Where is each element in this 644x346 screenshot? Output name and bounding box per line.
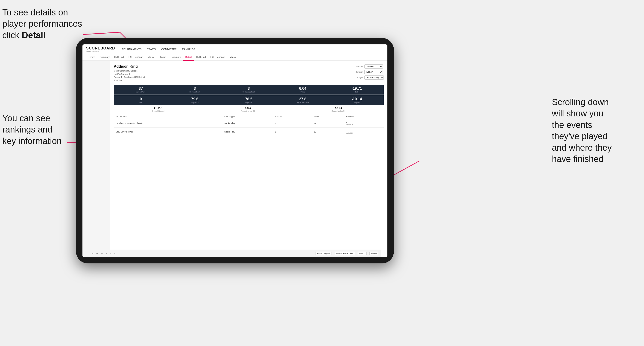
player-info: Addison King Mesa Community College NJCA… <box>114 64 145 82</box>
event-type-2: Stroke Play <box>222 128 274 136</box>
col-score: Score <box>312 114 344 119</box>
svg-line-2 <box>83 32 120 34</box>
stat-national-rank: 37 National Rank <box>114 85 168 95</box>
logo-sub: Powered by clippd <box>86 50 115 52</box>
rounds-2: 2 <box>274 128 312 136</box>
stat-regional-rank: 3 Regional Rank <box>168 85 222 95</box>
nav-committee[interactable]: COMMITTEE <box>161 47 176 51</box>
stats-grid: 37 National Rank 3 Regional Rank 3 Confe… <box>114 85 384 105</box>
save-custom-btn[interactable]: Save Custom View <box>334 252 355 255</box>
player-label: Player <box>352 76 363 79</box>
toolbar-zoom-in[interactable]: ⊕ <box>106 252 107 255</box>
position-1: 4out of 20 <box>344 119 384 128</box>
stat-wins: 0 Wins <box>114 95 168 105</box>
scoreboard-app: SCOREBOARD Powered by clippd TOURNAMENTS… <box>82 44 388 257</box>
sub-nav-matrix[interactable]: Matrix <box>145 54 156 61</box>
stat-avg-score: 79.6 Avg Score <box>168 95 222 105</box>
sub-nav-h2h-grid[interactable]: H2H Grid <box>112 54 126 61</box>
col-event-type: Event Type <box>222 114 274 119</box>
top-nav: SCOREBOARD Powered by clippd TOURNAMENTS… <box>82 44 388 54</box>
stat-points: 6.04 Points <box>276 85 330 95</box>
gender-control: Gender Women <box>352 64 384 69</box>
stats-row-1: 37 National Rank 3 Regional Rank 3 Confe… <box>114 85 384 95</box>
stat-sos: -19.71 SoS <box>330 85 384 95</box>
toolbar-clock[interactable]: ⏱ <box>114 252 116 255</box>
event-type-1: Stroke Play <box>222 119 274 128</box>
share-btn[interactable]: Share <box>370 252 378 255</box>
sub-nav-h2h-heatmap[interactable]: H2H Heatmap <box>126 54 145 61</box>
player-division: NJCAA Division 1 <box>114 73 145 76</box>
gender-select[interactable]: Women <box>364 64 383 69</box>
tablet-screen: SCOREBOARD Powered by clippd TOURNAMENTS… <box>82 44 388 257</box>
table-row[interactable]: Estella CC- Mountain Classic Stroke Play… <box>114 119 384 128</box>
sub-nav-matrix2[interactable]: Matrix <box>227 54 238 61</box>
division-label: Division <box>352 71 363 73</box>
score-2: 16 <box>312 128 344 136</box>
sub-nav-h2h-grid2[interactable]: H2H Grid <box>194 54 208 61</box>
logo: SCOREBOARD Powered by clippd <box>86 46 115 52</box>
table-row[interactable]: Lady Coyote Invite Stroke Play 2 16 7out… <box>114 128 384 136</box>
logo-title: SCOREBOARD <box>86 46 115 50</box>
player-controls: Gender Women Division NJCAA I <box>352 64 384 82</box>
tournament-table: Tournament Event Type Rounds Score Posit… <box>114 114 384 136</box>
gender-label: Gender <box>352 65 363 68</box>
view-original-btn[interactable]: View: Original <box>316 252 332 255</box>
nav-tournaments[interactable]: TOURNAMENTS <box>122 47 142 51</box>
player-region: Region 1 - Southwest (18) District <box>114 76 145 79</box>
player-school: Mesa Community College <box>114 69 145 73</box>
annotation-right: Scrolling down will show you the events … <box>552 97 640 165</box>
sub-nav-h2h-heatmap2[interactable]: H2H Heatmap <box>208 54 227 61</box>
stat-avg-score-par: 27.8 Avg Score to Par <box>276 95 330 105</box>
sub-nav: Teams Summary H2H Grid H2H Heatmap Matri… <box>82 54 388 61</box>
stat-adj-score: 78.5 Adj Score <box>222 95 276 105</box>
score-1: 17 <box>312 119 344 128</box>
record-overall: 91-20-1 Overall Record <box>152 107 164 112</box>
division-control: Division NJCAA I <box>352 70 384 74</box>
tournament-name-1: Estella CC- Mountain Classic <box>114 119 222 128</box>
nav-teams[interactable]: TEAMS <box>147 47 156 51</box>
record-top25: 1-5-0 Record vs top 25 <box>241 107 255 112</box>
record-top50: 5-11-1 Record vs top 50 <box>332 107 345 112</box>
bottom-toolbar: ↩ ↪ ⊞ ⊕ – ⏱ View: Original Save Custom V… <box>89 250 381 257</box>
left-panel <box>82 61 110 257</box>
player-control: Player Addison King <box>352 75 384 80</box>
right-panel[interactable]: Addison King Mesa Community College NJCA… <box>110 61 388 257</box>
rounds-1: 2 <box>274 119 312 128</box>
nav-items: TOURNAMENTS TEAMS COMMITTEE RANKINGS <box>122 47 195 51</box>
sub-nav-detail[interactable]: Detail <box>183 54 194 61</box>
position-2: 7out of 20 <box>344 128 384 136</box>
toolbar-separator: – <box>110 252 111 255</box>
sub-nav-teams[interactable]: Teams <box>86 54 98 61</box>
player-name: Addison King <box>114 64 145 69</box>
sub-nav-players[interactable]: Players <box>156 54 168 61</box>
col-tournament: Tournament <box>114 114 222 119</box>
stat-conference-rank: 3 Conference Rank <box>222 85 276 95</box>
col-position: Position <box>344 114 384 119</box>
division-select[interactable]: NJCAA I <box>364 70 383 74</box>
player-select[interactable]: Addison King <box>364 75 384 80</box>
col-rounds: Rounds <box>274 114 312 119</box>
player-header: Addison King Mesa Community College NJCA… <box>114 64 384 82</box>
player-year: First Year <box>114 79 145 82</box>
toolbar-undo[interactable]: ↩ <box>92 252 94 255</box>
stat-avg-sg: -10.14 Avg SG <box>330 95 384 105</box>
sub-nav-summary2[interactable]: Summary <box>168 54 183 61</box>
main-content: Addison King Mesa Community College NJCA… <box>82 61 388 257</box>
tablet: SCOREBOARD Powered by clippd TOURNAMENTS… <box>76 38 394 263</box>
nav-rankings[interactable]: RANKINGS <box>182 47 195 51</box>
stats-row-2: 0 Wins 79.6 Avg Score 78.5 Adj Score <box>114 95 384 105</box>
sub-nav-summary[interactable]: Summary <box>98 54 112 61</box>
toolbar-zoom-fit[interactable]: ⊞ <box>101 252 103 255</box>
watch-btn[interactable]: Watch <box>358 252 367 255</box>
records-row: 91-20-1 Overall Record 1-5-0 Record vs t… <box>114 107 384 112</box>
tournament-name-2: Lady Coyote Invite <box>114 128 222 136</box>
toolbar-redo[interactable]: ↪ <box>96 252 98 255</box>
